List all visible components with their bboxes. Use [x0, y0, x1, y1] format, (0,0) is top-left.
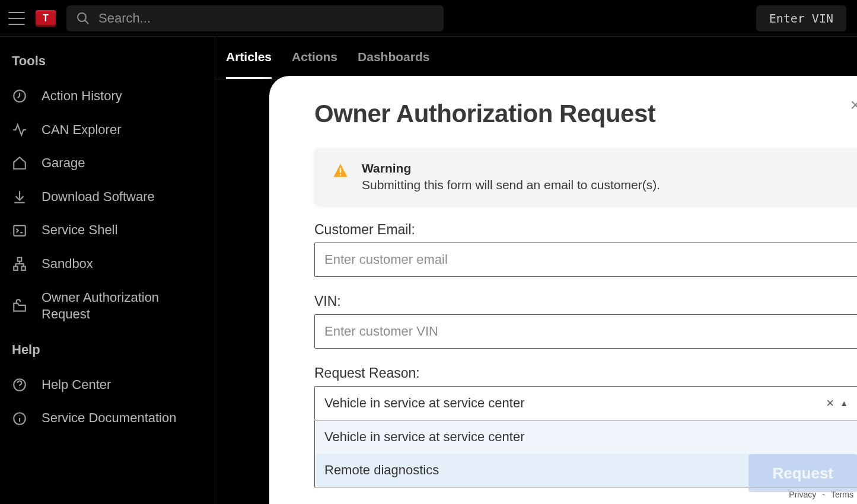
sidebar-item-label: Service Shell	[42, 222, 117, 239]
sidebar-item-help-center[interactable]: Help Center	[12, 368, 203, 402]
modal-title: Owner Authorization Request	[314, 100, 857, 128]
warning-banner: Warning Submitting this form will send a…	[314, 148, 857, 205]
terminal-icon	[12, 223, 27, 238]
search-icon	[76, 11, 90, 25]
brand-logo[interactable]	[36, 10, 56, 27]
sitemap-icon	[12, 256, 27, 272]
clear-icon[interactable]: ×	[820, 395, 840, 411]
home-icon	[12, 155, 27, 171]
vin-label: VIN:	[314, 294, 857, 310]
svg-rect-5	[18, 257, 22, 261]
sidebar-item-label: Help Center	[42, 377, 111, 394]
sidebar-item-label: Action History	[42, 88, 122, 105]
submit-request-button[interactable]: Request	[748, 454, 857, 492]
global-search[interactable]: Search...	[66, 5, 444, 31]
svg-point-9	[19, 388, 20, 388]
svg-rect-3	[14, 225, 26, 235]
enter-vin-button[interactable]: Enter VIN	[756, 5, 846, 31]
sidebar-item-can-explorer[interactable]: CAN Explorer	[12, 113, 203, 147]
svg-rect-7	[21, 267, 26, 271]
owner-auth-modal: Owner Authorization Request × Warning Su…	[269, 76, 857, 504]
svg-line-1	[85, 20, 88, 24]
chevron-up-icon[interactable]: ▲	[840, 398, 848, 408]
sidebar-section-help: Help	[12, 342, 203, 358]
svg-point-0	[78, 13, 86, 21]
warning-body: Submitting this form will send an email …	[362, 178, 660, 192]
sidebar-item-label: Owner Authorization Request	[42, 289, 203, 323]
sidebar-item-label: Service Documentation	[42, 410, 176, 427]
tab-articles[interactable]: Articles	[226, 50, 272, 79]
svg-rect-13	[340, 168, 341, 173]
svg-point-12	[19, 415, 20, 416]
field-request-reason: Request Reason: Vehicle in service at se…	[314, 365, 857, 420]
reason-option[interactable]: Vehicle in service at service center	[315, 420, 857, 454]
svg-rect-6	[14, 267, 18, 271]
sidebar-item-action-history[interactable]: Action History	[12, 79, 203, 113]
sidebar-section-tools: Tools	[12, 53, 203, 69]
sidebar-item-service-shell[interactable]: Service Shell	[12, 213, 203, 247]
sidebar-item-label: Download Software	[42, 189, 155, 206]
folder-lock-icon	[12, 298, 27, 314]
hamburger-menu-icon[interactable]	[8, 12, 25, 25]
history-icon	[12, 88, 27, 104]
sidebar-item-download-software[interactable]: Download Software	[12, 180, 203, 214]
vin-input[interactable]	[314, 314, 857, 349]
tab-dashboards[interactable]: Dashboards	[358, 50, 429, 79]
email-label: Customer Email:	[314, 222, 857, 238]
content-tabs: Articles Actions Dashboards	[215, 37, 857, 79]
reason-combobox[interactable]: Vehicle in service at service center × ▲	[314, 386, 857, 420]
help-icon	[12, 377, 27, 393]
search-placeholder: Search...	[98, 11, 151, 26]
field-vin: VIN:	[314, 294, 857, 349]
topbar: Search... Enter VIN	[0, 0, 857, 37]
download-icon	[12, 189, 27, 205]
sidebar-item-service-documentation[interactable]: Service Documentation	[12, 401, 203, 435]
sidebar-item-label: Garage	[42, 155, 85, 172]
email-input[interactable]	[314, 243, 857, 277]
sidebar-item-sandbox[interactable]: Sandbox	[12, 247, 203, 281]
svg-rect-14	[340, 174, 341, 176]
reason-selected-value: Vehicle in service at service center	[324, 395, 820, 411]
sidebar-item-owner-auth-request[interactable]: Owner Authorization Request	[12, 281, 203, 331]
warning-icon	[332, 162, 349, 192]
sidebar-item-label: CAN Explorer	[42, 122, 121, 139]
info-icon	[12, 411, 27, 426]
tab-actions[interactable]: Actions	[292, 50, 337, 79]
warning-title: Warning	[362, 161, 660, 176]
activity-icon	[12, 122, 27, 138]
close-icon[interactable]: ×	[850, 96, 857, 114]
sidebar-item-label: Sandbox	[42, 256, 93, 273]
sidebar-item-garage[interactable]: Garage	[12, 146, 203, 180]
field-customer-email: Customer Email:	[314, 222, 857, 277]
sidebar: Tools Action History CAN Explorer Garage…	[0, 37, 215, 504]
reason-label: Request Reason:	[314, 365, 857, 381]
